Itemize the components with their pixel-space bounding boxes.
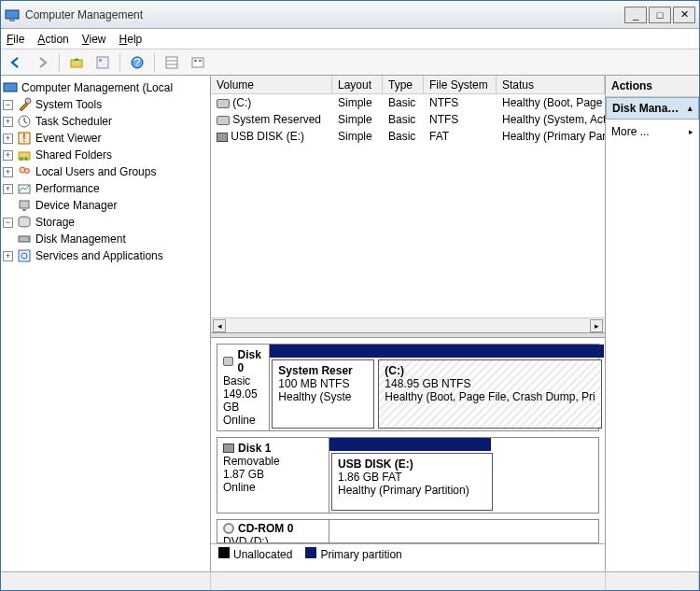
usb-icon [223, 443, 234, 453]
partition-bar [329, 438, 491, 451]
svg-rect-24 [20, 201, 29, 208]
actions-header: Actions [606, 76, 699, 97]
column-headers: Volume Layout Type File System Status [211, 76, 605, 94]
svg-rect-11 [194, 60, 197, 62]
partition-usb[interactable]: USB DISK (E:) 1.86 GB FAT Healthy (Prima… [331, 453, 493, 511]
disk-mgmt-icon [17, 232, 32, 246]
col-filesystem[interactable]: File System [424, 76, 497, 93]
disk-row-cdrom[interactable]: CD-ROM 0 DVD (D:) [217, 519, 599, 543]
mmc-icon [3, 80, 18, 95]
services-icon [17, 248, 32, 263]
scroll-left-icon[interactable]: ◂ [213, 319, 226, 332]
properties-button[interactable] [91, 52, 114, 73]
tree-task-scheduler[interactable]: +Task Scheduler [3, 113, 208, 130]
tools-icon [17, 97, 32, 112]
tree-event-viewer[interactable]: +!Event Viewer [3, 130, 208, 147]
maximize-button[interactable]: □ [649, 7, 671, 23]
legend: Unallocated Primary partition [211, 543, 605, 564]
minimize-button[interactable]: _ [624, 7, 647, 23]
tree-disk-management[interactable]: Disk Management [3, 231, 208, 247]
menu-help[interactable]: Help [119, 33, 143, 46]
close-button[interactable]: ✕ [673, 7, 695, 23]
svg-rect-29 [19, 250, 30, 261]
actions-selected[interactable]: Disk Mana… ▴ [606, 97, 699, 120]
svg-rect-7 [166, 57, 177, 68]
tree-device-manager[interactable]: Device Manager [3, 197, 208, 214]
menu-file[interactable]: File [7, 33, 24, 46]
settings-button[interactable] [187, 52, 209, 73]
svg-rect-4 [99, 59, 102, 62]
event-icon: ! [17, 131, 32, 146]
volume-row[interactable]: USB DISK (E:) Simple Basic FAT Healthy (… [211, 128, 605, 145]
list-view-button[interactable] [161, 52, 183, 73]
svg-point-28 [27, 238, 29, 240]
expand-icon[interactable]: + [3, 184, 13, 194]
computer-management-icon [5, 7, 20, 22]
tree-storage[interactable]: −Storage [3, 214, 208, 231]
expand-icon[interactable]: + [3, 134, 13, 144]
horizontal-scrollbar[interactable]: ◂ ▸ [211, 317, 605, 332]
actions-pane: Actions Disk Mana… ▴ More ... ▸ [606, 76, 699, 571]
tree-shared-folders[interactable]: +Shared Folders [3, 147, 208, 163]
disk-row[interactable]: Disk 0 Basic 149.05 GB Online System Res… [217, 344, 599, 431]
disk-info: Disk 0 Basic 149.05 GB Online [217, 345, 270, 430]
main-pane: Volume Layout Type File System Status (C… [211, 76, 606, 571]
svg-point-19 [20, 157, 23, 161]
col-volume[interactable]: Volume [211, 76, 332, 93]
tree-root[interactable]: Computer Management (Local [3, 79, 208, 96]
col-type[interactable]: Type [383, 76, 424, 93]
usb-icon [217, 133, 228, 142]
chevron-up-icon: ▴ [688, 104, 693, 113]
expand-icon[interactable]: + [3, 117, 13, 127]
partition-bar [270, 345, 603, 358]
svg-point-22 [25, 169, 30, 174]
toolbar: ? [1, 49, 699, 76]
disk-info: Disk 1 Removable 1.87 GB Online [217, 438, 329, 513]
expand-icon[interactable]: + [3, 167, 13, 177]
chevron-right-icon: ▸ [689, 127, 693, 136]
svg-point-21 [20, 167, 25, 173]
disk-icon [223, 357, 233, 366]
svg-rect-12 [199, 60, 202, 62]
legend-primary: Primary partition [305, 547, 401, 561]
partition-system-reserved[interactable]: System Reser 100 MB NTFS Healthy (Syste [272, 359, 374, 429]
forward-button[interactable] [31, 52, 53, 73]
nav-tree: Computer Management (Local −System Tools… [1, 76, 211, 571]
svg-point-14 [25, 98, 31, 104]
tree-local-users[interactable]: +Local Users and Groups [3, 163, 208, 180]
col-layout[interactable]: Layout [332, 76, 383, 93]
device-icon [17, 198, 32, 213]
disk-info: CD-ROM 0 DVD (D:) [217, 520, 329, 542]
menu-view[interactable]: View [82, 33, 106, 46]
statusbar [1, 571, 699, 590]
disk-icon [217, 116, 230, 125]
expand-icon[interactable]: + [3, 251, 13, 261]
volume-row[interactable]: (C:) Simple Basic NTFS Healthy (Boot, Pa… [211, 94, 605, 111]
collapse-icon[interactable]: − [3, 100, 13, 110]
disk-row[interactable]: Disk 1 Removable 1.87 GB Online USB DISK… [217, 437, 599, 514]
volume-row[interactable]: System Reserved Simple Basic NTFS Health… [211, 111, 605, 128]
tree-services-apps[interactable]: +Services and Applications [3, 247, 208, 264]
expand-icon[interactable]: + [3, 150, 13, 161]
svg-rect-13 [4, 83, 17, 91]
menubar: File Action View Help [1, 29, 699, 49]
svg-rect-1 [9, 20, 15, 21]
up-folder-button[interactable] [65, 52, 88, 73]
actions-more[interactable]: More ... ▸ [606, 120, 699, 144]
cd-icon [223, 523, 234, 534]
tree-system-tools[interactable]: −System Tools [3, 96, 208, 113]
shared-folder-icon [17, 148, 32, 162]
back-button[interactable] [5, 52, 27, 73]
scroll-right-icon[interactable]: ▸ [590, 319, 603, 332]
svg-text:?: ? [134, 56, 141, 69]
disk-icon [217, 99, 230, 108]
menu-action[interactable]: Action [37, 33, 68, 46]
svg-rect-0 [6, 10, 19, 19]
partition-c[interactable]: (C:) 148.95 GB NTFS Healthy (Boot, Page … [378, 359, 601, 429]
help-button[interactable]: ? [126, 52, 148, 73]
performance-icon [17, 181, 32, 196]
svg-rect-10 [192, 58, 203, 67]
col-status[interactable]: Status [497, 76, 605, 93]
tree-performance[interactable]: +Performance [3, 180, 208, 197]
collapse-icon[interactable]: − [3, 218, 13, 228]
